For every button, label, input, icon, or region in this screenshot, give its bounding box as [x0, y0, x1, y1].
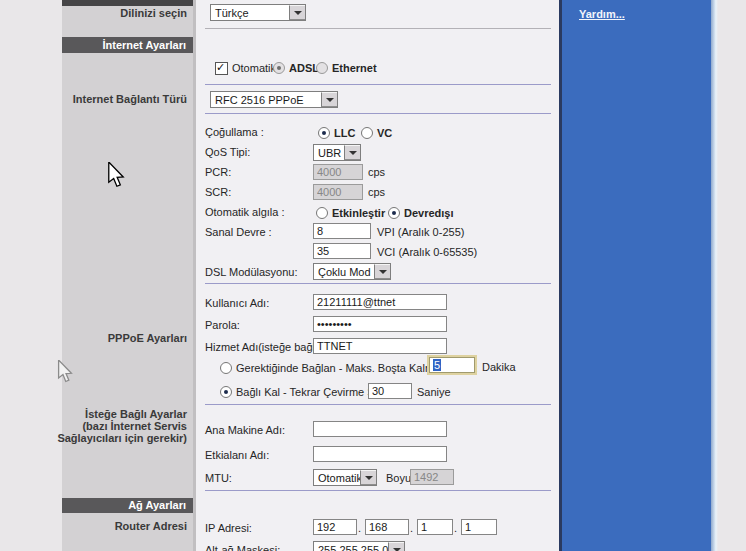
chevron-down-icon[interactable]: [360, 470, 376, 485]
mouse-cursor: [107, 162, 125, 188]
qos-type-value: UBR: [314, 145, 344, 160]
vpi-hint: VPI (Aralık 0-255): [377, 226, 464, 238]
ip-address-label: IP Adresi:: [205, 522, 252, 534]
chevron-down-icon[interactable]: [388, 542, 404, 551]
virtual-circuit-label: Sanal Devre :: [205, 226, 272, 238]
adsl-radio-label: ADSL: [289, 62, 319, 74]
router-admin-page: { "colors": { "panel_blue": "#3b6cbe", "…: [0, 0, 746, 551]
connect-on-demand-radio[interactable]: [220, 362, 232, 374]
qos-type-label: QoS Tipi:: [205, 146, 250, 158]
idle-unit-label: Dakika: [482, 361, 516, 373]
qos-type-select[interactable]: UBR: [313, 144, 361, 161]
ip-octet-3-input[interactable]: [417, 519, 453, 535]
disable-radio[interactable]: [388, 207, 400, 219]
autodetect-label: Otomatik algıla :: [205, 206, 284, 218]
help-panel: Yardım...: [559, 0, 711, 551]
username-label: Kullanıcı Adı:: [205, 297, 269, 309]
ethernet-radio[interactable]: [316, 62, 328, 74]
vpi-input[interactable]: [313, 223, 371, 239]
scr-input: [313, 184, 363, 200]
connection-type-value: RFC 2516 PPPoE: [211, 92, 321, 107]
mtu-value: Otomatik: [314, 470, 360, 485]
adsl-radio[interactable]: [273, 62, 285, 74]
ip-dot: .: [454, 522, 457, 534]
redial-period-input[interactable]: [368, 383, 412, 399]
multiplexing-label: Çoğullama :: [205, 126, 264, 138]
ethernet-radio-label: Ethernet: [332, 62, 377, 74]
router-address-label: Router Adresi: [115, 520, 187, 532]
host-name-label: Ana Makine Adı:: [205, 424, 285, 436]
vci-input[interactable]: [313, 243, 371, 259]
divider: [205, 113, 551, 114]
panel-edge-highlight: [711, 0, 718, 551]
scr-unit: cps: [368, 186, 385, 198]
enable-radio[interactable]: [316, 207, 328, 219]
pcr-label: PCR:: [205, 166, 231, 178]
host-name-input[interactable]: [313, 421, 447, 437]
vc-radio[interactable]: [361, 127, 373, 139]
disable-radio-label: Devredışı: [404, 207, 454, 219]
username-input[interactable]: [313, 294, 447, 310]
dsl-modulation-label: DSL Modülasyonu:: [205, 266, 298, 278]
enable-radio-label: Etkinleştir: [332, 207, 385, 219]
divider: [205, 28, 551, 29]
connection-type-label: Internet Bağlantı Türü: [73, 93, 187, 105]
password-input[interactable]: [313, 316, 447, 332]
language-select-label: Dilinizi seçin: [120, 7, 187, 19]
ip-octet-4-input[interactable]: [461, 519, 497, 535]
chevron-down-icon[interactable]: [374, 264, 390, 279]
domain-name-label: Etkialanı Adı:: [205, 449, 269, 461]
max-idle-time-value: 5: [433, 359, 441, 371]
subnet-mask-label: Alt-ağ Maskesi:: [205, 544, 280, 551]
dsl-modulation-select[interactable]: Çoklu Mod: [313, 263, 391, 280]
mouse-cursor-secondary: [57, 360, 73, 383]
ip-dot: .: [410, 522, 413, 534]
optional-settings-label-line2: (bazı İnternet Servis: [82, 420, 187, 432]
section-header-internet: İnternet Ayarları: [62, 37, 193, 53]
optional-settings-label-line3: Sağlayıcıları için gerekir): [57, 432, 187, 444]
dsl-modulation-value: Çoklu Mod: [314, 264, 374, 279]
language-select-value: Türkçe: [211, 5, 289, 20]
keep-alive-radio[interactable]: [220, 386, 232, 398]
ip-octet-1-input[interactable]: [313, 519, 357, 535]
divider: [205, 283, 551, 284]
auto-detect-checkbox-label: Otomatik: [232, 62, 276, 74]
ip-octet-2-input[interactable]: [365, 519, 409, 535]
sidebar-top-bar: [62, 0, 193, 6]
divider: [205, 490, 551, 491]
mtu-size-input: [410, 469, 454, 485]
help-link[interactable]: Yardım...: [579, 8, 625, 20]
pppoe-settings-label: PPPoE Ayarları: [108, 332, 187, 344]
mtu-label: MTU:: [205, 472, 232, 484]
subnet-mask-value: 255.255.255.0: [314, 542, 388, 551]
chevron-down-icon[interactable]: [321, 92, 337, 107]
chevron-down-icon[interactable]: [344, 145, 360, 160]
vci-hint: VCI (Aralık 0-65535): [377, 246, 477, 258]
pcr-unit: cps: [368, 166, 385, 178]
max-idle-time-input[interactable]: 5: [429, 357, 475, 373]
redial-unit-label: Saniye: [417, 386, 451, 398]
password-label: Parola:: [205, 319, 240, 331]
mtu-select[interactable]: Otomatik: [313, 469, 377, 486]
optional-settings-label-line1: İsteğe Bağlı Ayarlar: [85, 408, 187, 420]
subnet-mask-select[interactable]: 255.255.255.0: [313, 541, 405, 551]
service-name-label: Hizmet Adı(isteğe bağlı):: [205, 341, 325, 353]
auto-detect-checkbox[interactable]: [215, 62, 228, 75]
pcr-input: [313, 164, 363, 180]
chevron-down-icon[interactable]: [289, 5, 305, 20]
service-name-input[interactable]: [313, 338, 447, 354]
settings-form: Türkçe Otomatik ADSL Ethernet RFC 2516 P…: [196, 0, 559, 551]
domain-name-input[interactable]: [313, 446, 447, 462]
llc-radio-label: LLC: [334, 127, 355, 139]
language-select[interactable]: Türkçe: [210, 4, 306, 21]
divider: [205, 404, 551, 405]
scr-label: SCR:: [205, 186, 231, 198]
divider: [205, 84, 551, 85]
section-header-network: Ağ Ayarları: [62, 498, 193, 513]
connection-type-select[interactable]: RFC 2516 PPPoE: [210, 91, 338, 108]
settings-sidebar: Dilinizi seçin İnternet Ayarları Interne…: [62, 0, 196, 551]
llc-radio[interactable]: [318, 127, 330, 139]
vc-radio-label: VC: [377, 127, 392, 139]
ip-dot: .: [358, 522, 361, 534]
